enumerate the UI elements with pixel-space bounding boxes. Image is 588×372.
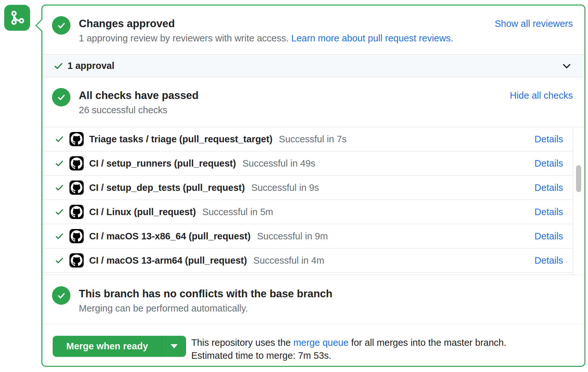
chevron-down-icon[interactable]	[561, 60, 572, 71]
check-row: Triage tasks / triage (pull_request_targ…	[42, 127, 573, 151]
approval-count-label: 1 approval	[68, 60, 114, 71]
github-actions-avatar-icon	[69, 181, 84, 195]
check-row: CI / setup_runners (pull_request) Succes…	[42, 151, 573, 176]
check-circle-icon	[52, 88, 70, 106]
dropdown-caret-icon	[171, 344, 178, 348]
hide-all-checks-link[interactable]: Hide all checks	[510, 90, 573, 101]
check-row: CI / setup_dep_tests (pull_request) Succ…	[42, 176, 573, 200]
review-title: Changes approved	[79, 17, 453, 30]
details-link[interactable]: Details	[534, 134, 563, 145]
check-row: CI / Linux (pull_request) Successful in …	[42, 200, 573, 224]
merge-footer: Merge when ready This repository uses th…	[42, 324, 584, 362]
details-link[interactable]: Details	[534, 182, 563, 193]
checks-subtitle: 26 successful checks	[79, 104, 199, 116]
merge-queue-text-suffix: for all merges into the master branch.	[349, 337, 506, 348]
check-icon	[55, 207, 64, 217]
checks-list: Triage tasks / triage (pull_request_targ…	[42, 127, 584, 275]
review-approved-section: Changes approved 1 approving review by r…	[42, 5, 584, 54]
check-icon	[55, 183, 64, 192]
merge-button-label[interactable]: Merge when ready	[53, 336, 162, 357]
github-actions-avatar-icon	[69, 253, 84, 268]
merge-status-box: Changes approved 1 approving review by r…	[41, 5, 585, 367]
check-status: Successful in 9s	[251, 182, 319, 193]
check-icon	[55, 231, 64, 241]
check-icon	[53, 61, 64, 71]
check-row: CI / macOS 13-arm64 (pull_request) Succe…	[42, 248, 573, 273]
check-name: CI / setup_dep_tests (pull_request)	[89, 182, 245, 193]
check-circle-icon	[52, 286, 70, 305]
details-link[interactable]: Details	[534, 231, 563, 242]
github-actions-avatar-icon	[69, 229, 84, 243]
check-circle-icon	[52, 16, 70, 35]
review-description: 1 approving review by reviewers with wri…	[79, 33, 291, 43]
check-icon	[55, 159, 64, 168]
github-actions-avatar-icon	[69, 132, 84, 146]
details-link[interactable]: Details	[534, 207, 563, 217]
merge-queue-link[interactable]: merge queue	[293, 337, 349, 348]
checks-title: All checks have passed	[79, 89, 199, 102]
scrollbar-thumb[interactable]	[576, 165, 581, 192]
checks-summary-section: All checks have passed 26 successful che…	[42, 77, 584, 127]
check-name: CI / Linux (pull_request)	[89, 207, 196, 217]
git-merge-icon	[4, 5, 30, 31]
check-status: Successful in 9m	[257, 231, 328, 242]
check-name: Triage tasks / triage (pull_request_targ…	[89, 134, 272, 145]
check-name: CI / macOS 13-arm64 (pull_request)	[89, 255, 247, 266]
merge-estimate-text: Estimated time to merge: 7m 53s.	[191, 349, 506, 362]
github-actions-avatar-icon	[69, 205, 84, 219]
check-icon	[55, 256, 64, 265]
github-actions-avatar-icon	[69, 156, 84, 170]
conflicts-section: This branch has no conflicts with the ba…	[42, 275, 584, 324]
check-name: CI / setup_runners (pull_request)	[89, 158, 236, 169]
merge-when-ready-button[interactable]: Merge when ready	[53, 336, 186, 357]
check-row: CI / macOS 13-x86_64 (pull_request) Succ…	[42, 224, 573, 248]
conflicts-subtitle: Merging can be performed automatically.	[79, 302, 332, 315]
learn-more-link[interactable]: Learn more about pull request reviews.	[291, 33, 453, 43]
merge-queue-text-prefix: This repository uses the	[191, 337, 293, 348]
check-status: Successful in 4m	[253, 255, 324, 266]
checks-scroll-area[interactable]: Triage tasks / triage (pull_request_targ…	[42, 127, 573, 275]
check-status: Successful in 7s	[279, 134, 347, 145]
approval-summary-row[interactable]: 1 approval	[42, 54, 584, 77]
details-link[interactable]: Details	[534, 255, 563, 266]
git-merge-glyph	[9, 10, 25, 26]
check-icon	[55, 134, 64, 144]
show-all-reviewers-link[interactable]: Show all reviewers	[495, 18, 573, 29]
check-status: Successful in 49s	[242, 158, 315, 169]
check-name: CI / macOS 13-x86_64 (pull_request)	[89, 231, 251, 242]
check-status: Successful in 5m	[202, 207, 273, 217]
conflicts-title: This branch has no conflicts with the ba…	[79, 287, 332, 301]
merge-options-dropdown[interactable]	[162, 336, 186, 357]
details-link[interactable]: Details	[534, 158, 563, 169]
scrollbar-track[interactable]	[573, 127, 584, 275]
